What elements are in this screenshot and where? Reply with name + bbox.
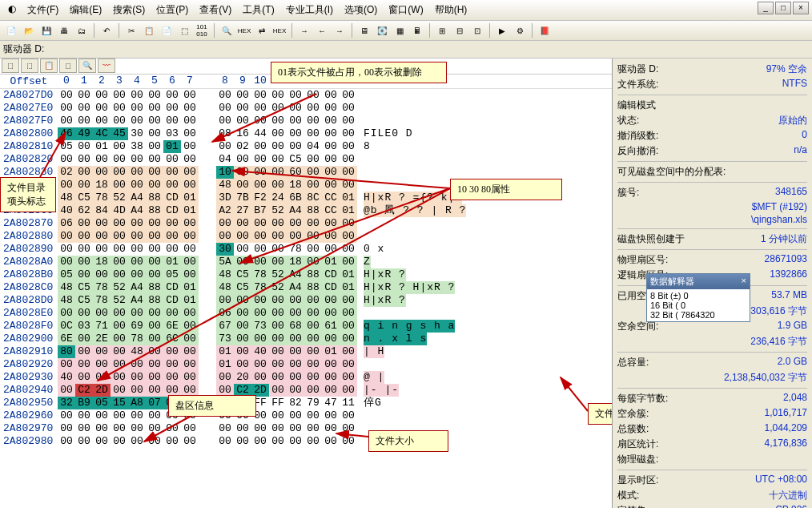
hex-byte[interactable]: 00 <box>181 256 199 268</box>
menu-position[interactable]: 位置(P) <box>151 2 193 18</box>
hex-byte[interactable]: 00 <box>58 179 75 192</box>
hex-byte[interactable]: C5 <box>287 153 304 166</box>
hex-byte[interactable]: 00 <box>340 409 357 422</box>
hex-byte[interactable]: 00 <box>163 358 181 371</box>
hex-byte[interactable]: 00 <box>251 256 269 268</box>
menu-file[interactable]: 文件(F) <box>22 2 63 18</box>
hex-byte[interactable]: C2 <box>75 384 93 397</box>
hex-byte[interactable]: 52 <box>111 281 128 294</box>
findnext-icon[interactable]: HEX <box>271 22 287 38</box>
hex-byte[interactable]: 00 <box>181 166 199 179</box>
hex-byte[interactable]: 61 <box>322 320 340 333</box>
hex-byte[interactable]: 00 <box>75 115 93 127</box>
hex-byte[interactable]: 00 <box>251 102 269 115</box>
hex-byte[interactable]: 00 <box>234 256 251 268</box>
hex-byte[interactable]: 32 <box>58 397 75 409</box>
hex-byte[interactable]: 00 <box>340 345 357 358</box>
prop-icon[interactable]: 🗂 <box>74 22 90 38</box>
hex-byte[interactable]: 00 <box>146 384 163 397</box>
hex-byte[interactable]: CD <box>163 294 181 307</box>
ts-a[interactable]: ⬚ <box>2 58 19 73</box>
hex-byte[interactable]: 48 <box>128 345 146 358</box>
hex-byte[interactable]: 00 <box>75 89 93 102</box>
hex-byte[interactable]: 00 <box>269 230 287 243</box>
hex-byte[interactable]: 00 <box>128 358 146 371</box>
hex-byte[interactable]: 02 <box>58 166 75 179</box>
hex-byte[interactable]: 00 <box>340 243 357 256</box>
hex-byte[interactable]: 00 <box>287 102 304 115</box>
hex-byte[interactable]: 00 <box>58 89 75 102</box>
hex-byte[interactable]: 00 <box>234 179 251 192</box>
hex-row[interactable]: 2A80291080000000480000000100400000000100… <box>0 345 612 358</box>
hex-byte[interactable]: 00 <box>287 345 304 358</box>
hex-byte[interactable]: 00 <box>340 140 357 153</box>
hex-byte[interactable]: 00 <box>93 243 111 256</box>
hex-byte[interactable]: 00 <box>304 294 322 307</box>
hex-byte[interactable]: 00 <box>287 230 304 243</box>
hex-byte[interactable]: 00 <box>304 179 322 192</box>
hex-byte[interactable]: 6B <box>287 192 304 204</box>
hex-byte[interactable]: 00 <box>75 179 93 192</box>
hex-byte[interactable]: 00 <box>322 333 340 345</box>
hex-byte[interactable]: 00 <box>304 358 322 371</box>
hex-byte[interactable]: 00 <box>111 320 128 333</box>
hex-row[interactable]: 2A80298000000000000000000000000000000000 <box>0 435 612 448</box>
hex-byte[interactable]: 78 <box>128 333 146 345</box>
hex-byte[interactable]: 00 <box>128 89 146 102</box>
hex-byte[interactable]: 00 <box>111 358 128 371</box>
stop-icon[interactable]: ▶ <box>494 22 510 38</box>
hex-byte[interactable]: 88 <box>304 281 322 294</box>
findhex-icon[interactable]: HEX <box>236 22 252 38</box>
hex-byte[interactable]: CD <box>322 281 340 294</box>
hex-byte[interactable]: 4D <box>111 204 128 217</box>
hex-byte[interactable]: 00 <box>216 102 234 115</box>
hex-byte[interactable]: 00 <box>75 230 93 243</box>
hex-byte[interactable]: 00 <box>251 333 269 345</box>
hex-byte[interactable]: 00 <box>111 179 128 192</box>
hex-byte[interactable]: 2E <box>93 333 111 345</box>
hex-byte[interactable]: 00 <box>181 435 199 448</box>
hex-byte[interactable]: 00 <box>304 115 322 127</box>
hex-byte[interactable]: 00 <box>181 115 199 127</box>
hex-byte[interactable]: CD <box>163 192 181 204</box>
hex-byte[interactable]: 60 <box>287 166 304 179</box>
hex-byte[interactable]: 3D <box>216 192 234 204</box>
hex-byte[interactable]: 00 <box>322 140 340 153</box>
hex-byte[interactable]: 00 <box>93 268 111 281</box>
hex-byte[interactable]: 00 <box>234 435 251 448</box>
restore-button[interactable]: □ <box>775 2 791 14</box>
hex-byte[interactable]: 00 <box>304 243 322 256</box>
hex-byte[interactable]: C5 <box>75 192 93 204</box>
hex-byte[interactable]: 52 <box>111 294 128 307</box>
hex-byte[interactable]: 00 <box>322 409 340 422</box>
hex-byte[interactable]: C5 <box>234 268 251 281</box>
hex-byte[interactable]: 05 <box>58 268 75 281</box>
hex-byte[interactable]: 00 <box>146 115 163 127</box>
hex-byte[interactable]: 48 <box>58 192 75 204</box>
hex-byte[interactable]: 00 <box>322 294 340 307</box>
hex-byte[interactable]: 20 <box>234 371 251 384</box>
hex-byte[interactable]: 00 <box>251 435 269 448</box>
hex-byte[interactable]: 00 <box>58 243 75 256</box>
hex-row[interactable]: 2A8027E000000000000000000000000000000000 <box>0 102 612 115</box>
hex-byte[interactable]: 00 <box>75 371 93 384</box>
interp-close-icon[interactable]: × <box>742 276 746 288</box>
bit-icon[interactable]: 101010 <box>194 22 210 38</box>
hex-byte[interactable]: 00 <box>216 217 234 230</box>
hex-byte[interactable]: 00 <box>163 371 181 384</box>
hex-byte[interactable]: 00 <box>58 230 75 243</box>
hex-byte[interactable]: A8 <box>128 397 146 409</box>
hex-byte[interactable]: 00 <box>304 307 322 320</box>
hex-byte[interactable]: A4 <box>287 268 304 281</box>
hex-byte[interactable]: 03 <box>163 127 181 140</box>
hex-byte[interactable]: 00 <box>111 409 128 422</box>
hex-byte[interactable]: 00 <box>269 256 287 268</box>
hex-byte[interactable]: 00 <box>287 127 304 140</box>
hex-byte[interactable]: 00 <box>128 179 146 192</box>
hex-byte[interactable]: 00 <box>128 384 146 397</box>
hex-byte[interactable]: 00 <box>251 307 269 320</box>
hex-byte[interactable]: 00 <box>234 89 251 102</box>
hex-byte[interactable]: 05 <box>58 140 75 153</box>
hex-byte[interactable]: 00 <box>251 153 269 166</box>
hex-byte[interactable]: A4 <box>128 192 146 204</box>
